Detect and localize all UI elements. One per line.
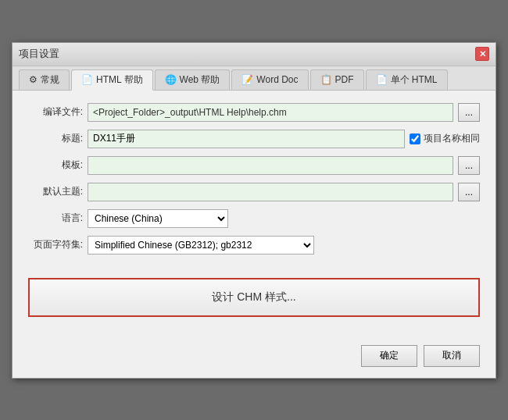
html-help-icon: 📄 xyxy=(81,74,93,85)
language-label: 语言: xyxy=(28,212,83,225)
title-row: 标题: 项目名称相同 xyxy=(28,130,480,148)
tab-general[interactable]: ⚙ 常规 xyxy=(19,69,70,90)
general-icon: ⚙ xyxy=(29,74,38,85)
same-as-project-checkbox[interactable] xyxy=(410,133,420,144)
language-row: 语言: Chinese (China) English (US) Japanes… xyxy=(28,209,480,228)
compile-file-browse-button[interactable]: ... xyxy=(458,103,480,122)
tab-web-help[interactable]: 🌐 Web 帮助 xyxy=(155,69,231,90)
window-title: 项目设置 xyxy=(19,47,59,61)
template-input[interactable] xyxy=(88,156,453,175)
main-window: 项目设置 ✕ ⚙ 常规 📄 HTML 帮助 🌐 Web 帮助 📝 Word Do… xyxy=(12,42,496,379)
default-theme-input[interactable] xyxy=(88,183,453,201)
compile-file-row: 编译文件: ... xyxy=(28,103,480,122)
language-select[interactable]: Chinese (China) English (US) Japanese xyxy=(88,209,228,228)
charset-row: 页面字符集: Simplified Chinese (GB2312); gb23… xyxy=(28,236,480,254)
compile-file-label: 编译文件: xyxy=(28,105,83,119)
footer: 确定 取消 xyxy=(13,337,495,378)
default-theme-browse-button[interactable]: ... xyxy=(458,183,480,201)
template-browse-button[interactable]: ... xyxy=(458,156,480,175)
compile-file-input[interactable] xyxy=(88,103,453,122)
default-theme-row: 默认主题: ... xyxy=(28,183,480,201)
close-button[interactable]: ✕ xyxy=(475,47,489,61)
content-area: 编译文件: ... 标题: 项目名称相同 模板: ... 默认主题: ... xyxy=(13,91,495,337)
pdf-icon: 📋 xyxy=(320,74,332,85)
title-input[interactable] xyxy=(88,130,405,148)
tab-pdf-label: PDF xyxy=(335,74,354,85)
title-bar: 项目设置 ✕ xyxy=(13,43,495,66)
tab-bar: ⚙ 常规 📄 HTML 帮助 🌐 Web 帮助 📝 Word Doc 📋 PDF… xyxy=(13,66,495,91)
template-row: 模板: ... xyxy=(28,156,480,175)
tab-pdf[interactable]: 📋 PDF xyxy=(310,69,364,90)
title-label: 标题: xyxy=(28,132,83,145)
design-chm-button[interactable]: 设计 CHM 样式... xyxy=(28,278,480,317)
charset-label: 页面字符集: xyxy=(28,238,83,251)
tab-web-help-label: Web 帮助 xyxy=(180,73,220,87)
web-help-icon: 🌐 xyxy=(165,74,177,85)
same-as-project-checkbox-row: 项目名称相同 xyxy=(410,132,480,145)
ok-button[interactable]: 确定 xyxy=(361,345,417,367)
single-html-icon: 📄 xyxy=(376,74,388,85)
tab-single-html-label: 单个 HTML xyxy=(391,73,438,87)
tab-html-help-label: HTML 帮助 xyxy=(96,73,143,87)
tab-word-doc[interactable]: 📝 Word Doc xyxy=(231,69,308,90)
same-as-project-label: 项目名称相同 xyxy=(424,132,480,145)
template-label: 模板: xyxy=(28,158,83,172)
tab-general-label: 常规 xyxy=(41,73,59,87)
cancel-button[interactable]: 取消 xyxy=(424,345,480,367)
default-theme-label: 默认主题: xyxy=(28,185,83,198)
tab-html-help[interactable]: 📄 HTML 帮助 xyxy=(71,69,153,91)
tab-word-doc-label: Word Doc xyxy=(256,74,298,85)
word-doc-icon: 📝 xyxy=(241,74,253,85)
charset-select[interactable]: Simplified Chinese (GB2312); gb2312 UTF-… xyxy=(88,236,314,254)
tab-single-html[interactable]: 📄 单个 HTML xyxy=(366,69,448,90)
